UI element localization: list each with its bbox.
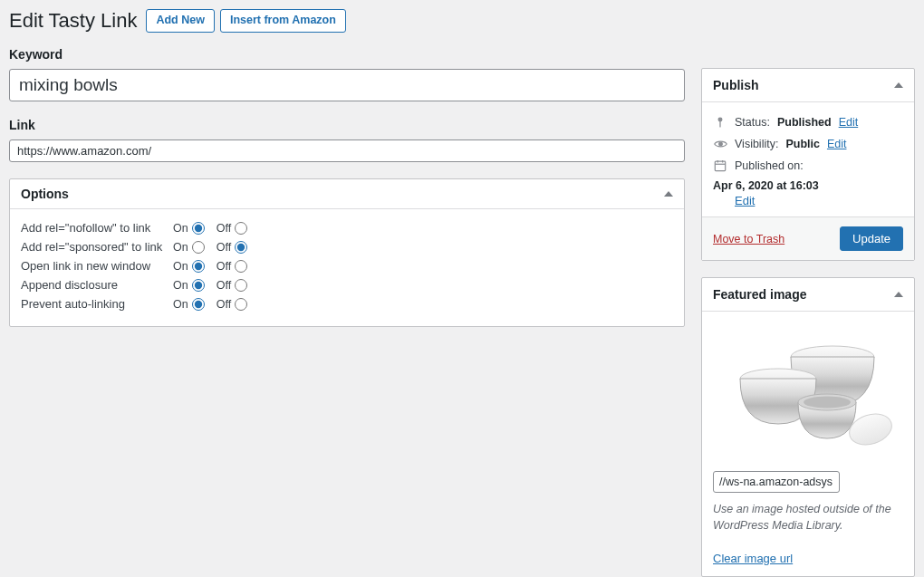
featured-image-panel-title: Featured image [713,287,806,302]
featured-image-help-text: Use an image hosted outside of the WordP… [713,502,903,534]
published-on-value: Apr 6, 2020 at 16:03 [713,179,819,192]
add-new-button[interactable]: Add New [146,9,214,33]
option-on-label: On [173,279,188,292]
published-on-label: Published on: [735,159,804,172]
option-label: Append disclosure [21,278,173,292]
option-row: Add rel="sponsored" to linkOnOff [21,237,673,256]
option-off-radio[interactable] [235,222,247,235]
publish-panel-title: Publish [713,78,759,92]
svg-point-2 [718,142,722,146]
options-panel-title: Options [21,187,69,201]
publish-panel: Publish Status: Published Edit [701,68,915,261]
keyword-input[interactable] [9,69,685,101]
featured-image-url-input[interactable] [713,471,840,493]
option-label: Add rel="sponsored" to link [21,240,173,254]
clear-image-url-link[interactable]: Clear image url [713,552,793,565]
option-off-label: Off [217,241,231,254]
featured-image-panel: Featured image [701,277,915,577]
option-row: Open link in new windowOnOff [21,256,673,275]
option-off-label: Off [217,260,231,273]
link-input[interactable] [9,139,685,162]
visibility-value: Public [785,138,820,150]
svg-rect-1 [719,120,720,127]
pin-icon [713,116,727,129]
option-off-radio[interactable] [235,260,247,273]
option-off-label: Off [217,279,231,292]
insert-from-amazon-button[interactable]: Insert from Amazon [220,9,346,33]
option-on-radio[interactable] [192,298,205,311]
option-on-radio[interactable] [192,241,205,254]
status-value: Published [777,116,832,129]
option-label: Add rel="nofollow" to link [21,221,173,235]
options-panel: Options Add rel="nofollow" to linkOnOffA… [9,178,685,327]
option-row: Append disclosureOnOff [21,275,673,294]
option-off-radio[interactable] [235,298,247,311]
status-label: Status: [735,116,770,129]
eye-icon [713,139,727,149]
option-on-label: On [173,222,188,235]
option-label: Open link in new window [21,259,173,273]
option-on-label: On [173,298,188,311]
page-title: Edit Tasty Link [9,9,137,33]
collapse-toggle-icon[interactable] [894,292,903,297]
collapse-toggle-icon[interactable] [664,191,673,197]
option-row: Add rel="nofollow" to linkOnOff [21,218,673,237]
svg-rect-3 [715,161,725,171]
update-button[interactable]: Update [840,226,903,251]
edit-status-link[interactable]: Edit [839,116,859,129]
calendar-icon [713,159,727,172]
option-on-label: On [173,260,188,273]
option-off-radio[interactable] [235,241,247,254]
featured-image-thumbnail[interactable] [713,322,903,458]
keyword-label: Keyword [9,47,685,62]
move-to-trash-link[interactable]: Move to Trash [713,233,784,245]
option-on-radio[interactable] [192,222,205,235]
svg-point-10 [804,397,851,409]
option-off-label: Off [217,222,231,235]
edit-date-link[interactable]: Edit [735,194,755,207]
option-on-radio[interactable] [192,279,205,292]
option-off-label: Off [217,298,231,311]
option-row: Prevent auto-linkingOnOff [21,294,673,313]
visibility-label: Visibility: [735,138,778,150]
option-label: Prevent auto-linking [21,297,173,311]
option-on-label: On [173,241,188,254]
option-on-radio[interactable] [192,260,205,273]
link-label: Link [9,118,685,132]
edit-visibility-link[interactable]: Edit [827,138,847,150]
option-off-radio[interactable] [235,279,247,292]
collapse-toggle-icon[interactable] [894,82,903,88]
